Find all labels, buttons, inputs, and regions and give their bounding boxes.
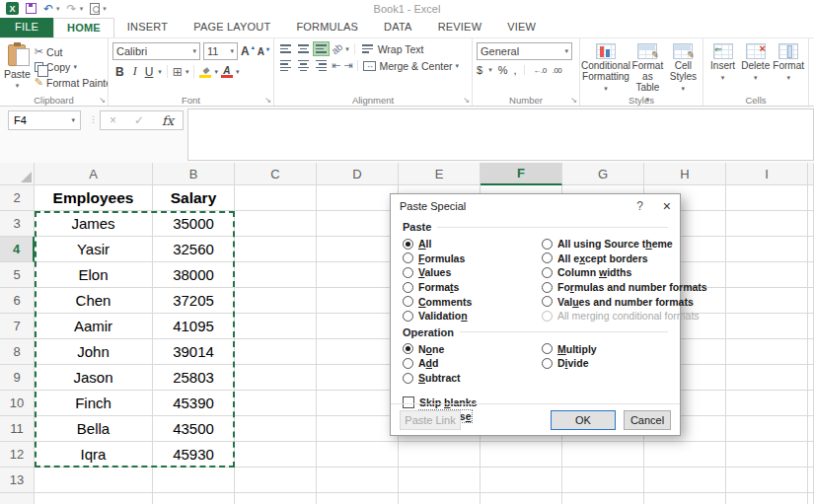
column-header-H[interactable]: H xyxy=(644,163,726,185)
tab-view[interactable]: VIEW xyxy=(494,18,549,37)
borders-icon[interactable]: ⊞ xyxy=(173,65,183,79)
radio-option-formats[interactable]: Formats xyxy=(403,280,542,295)
formula-input[interactable] xyxy=(187,108,814,161)
cell-I11[interactable] xyxy=(726,416,808,442)
formula-bar-splitter[interactable]: ⋮ xyxy=(89,114,98,124)
cell-A9[interactable]: Jason xyxy=(35,365,153,391)
delete-cells-button[interactable]: × Delete ▾ xyxy=(740,42,771,92)
ok-button[interactable]: OK xyxy=(551,410,616,430)
alignment-dialog-launcher-icon[interactable]: ↘ xyxy=(463,96,470,105)
radio-control[interactable] xyxy=(403,296,413,307)
font-color-button[interactable]: A xyxy=(221,66,233,78)
tab-page-layout[interactable]: PAGE LAYOUT xyxy=(181,18,283,37)
tab-file[interactable]: FILE xyxy=(0,18,53,37)
radio-control[interactable] xyxy=(403,343,413,354)
cell-D8[interactable] xyxy=(317,339,399,365)
radio-control[interactable] xyxy=(542,343,553,354)
cell-B9[interactable]: 25803 xyxy=(153,365,235,391)
radio-option-all-using-source-theme[interactable]: All using Source theme xyxy=(542,237,707,252)
cell-I8[interactable] xyxy=(726,339,808,365)
cell-D9[interactable] xyxy=(317,365,399,391)
cell-D2[interactable] xyxy=(317,185,399,211)
decrease-decimal-button[interactable]: .00 xyxy=(553,66,562,75)
cell-B6[interactable]: 37205 xyxy=(153,288,235,314)
align-center-button[interactable] xyxy=(296,59,311,72)
cell-B[interactable] xyxy=(153,493,235,504)
row-header-partial[interactable] xyxy=(0,493,35,504)
conditional-formatting-button[interactable]: Conditional Formatting ▾ xyxy=(584,42,628,92)
cell-I6[interactable] xyxy=(726,288,808,314)
number-dialog-launcher-icon[interactable]: ↘ xyxy=(570,96,577,105)
radio-option-divide[interactable]: Divide xyxy=(542,356,668,371)
cell-C13[interactable] xyxy=(235,468,317,493)
help-icon[interactable]: ? xyxy=(636,199,643,213)
radio-control[interactable] xyxy=(403,239,413,250)
underline-dropdown-icon[interactable]: ▾ xyxy=(158,68,162,76)
cell-I4[interactable] xyxy=(726,237,808,262)
cell-I2[interactable] xyxy=(726,185,808,211)
italic-button[interactable]: I xyxy=(130,64,140,79)
radio-control[interactable] xyxy=(403,311,413,322)
align-right-button[interactable] xyxy=(314,59,329,72)
bottom-align-button[interactable] xyxy=(314,42,329,55)
cell-A3[interactable]: James xyxy=(35,211,153,237)
cell-A8[interactable]: John xyxy=(35,339,153,365)
cell-C7[interactable] xyxy=(235,314,317,339)
radio-option-comments[interactable]: Comments xyxy=(403,294,542,309)
cell-B12[interactable]: 45930 xyxy=(153,442,235,468)
cell-A10[interactable]: Finch xyxy=(35,391,153,416)
radio-control[interactable] xyxy=(542,282,553,293)
cell-C12[interactable] xyxy=(235,442,317,468)
cell-F13[interactable] xyxy=(481,468,562,493)
radio-option-none[interactable]: None xyxy=(403,342,542,357)
radio-control[interactable] xyxy=(403,282,413,293)
cell-B10[interactable]: 45390 xyxy=(153,391,235,416)
cancel-button[interactable]: Cancel xyxy=(624,410,671,430)
row-header-5[interactable]: 5 xyxy=(0,262,35,288)
cell-E12[interactable] xyxy=(399,442,481,468)
cell-D12[interactable] xyxy=(317,442,399,468)
radio-option-validation[interactable]: Validation xyxy=(403,309,542,324)
cell-B4[interactable]: 32560 xyxy=(153,237,235,262)
row-header-3[interactable]: 3 xyxy=(0,211,35,237)
cell-D11[interactable] xyxy=(317,416,399,442)
cell-H12[interactable] xyxy=(644,442,726,468)
decrease-indent-icon[interactable]: ⇤ xyxy=(332,59,340,72)
cell-C5[interactable] xyxy=(235,262,317,288)
column-header-G[interactable]: G xyxy=(562,163,644,185)
align-left-button[interactable] xyxy=(278,59,293,72)
cell-I[interactable] xyxy=(726,493,808,504)
cell-C8[interactable] xyxy=(235,339,317,365)
format-as-table-button[interactable]: ✎ Format as Table ▾ xyxy=(629,42,666,92)
cell-D[interactable] xyxy=(317,493,399,504)
orientation-button[interactable]: ab xyxy=(330,41,345,57)
font-dialog-launcher-icon[interactable]: ↘ xyxy=(264,96,271,105)
cell-A13[interactable] xyxy=(35,468,153,493)
cell-A11[interactable]: Bella xyxy=(35,416,153,442)
radio-control[interactable] xyxy=(542,358,553,369)
top-align-button[interactable] xyxy=(278,42,293,55)
radio-control[interactable] xyxy=(542,296,553,307)
cell-D5[interactable] xyxy=(317,262,399,288)
format-painter-button[interactable]: ✎ Format Painter xyxy=(35,76,109,89)
name-box[interactable]: F4 ▾ xyxy=(8,110,81,130)
row-header-12[interactable]: 12 xyxy=(0,442,35,468)
cell-A[interactable] xyxy=(35,493,153,504)
cell-I9[interactable] xyxy=(726,365,808,391)
row-header-8[interactable]: 8 xyxy=(0,339,35,365)
copy-button[interactable]: Copy ▾ xyxy=(35,61,109,73)
clipboard-dialog-launcher-icon[interactable]: ↘ xyxy=(99,96,106,105)
tab-insert[interactable]: INSERT xyxy=(114,18,181,37)
row-header-9[interactable]: 9 xyxy=(0,365,35,391)
cell-B2[interactable]: Salary xyxy=(153,185,235,211)
cell-A12[interactable]: Iqra xyxy=(35,442,153,468)
cell-C6[interactable] xyxy=(235,288,317,314)
cell-B8[interactable]: 39014 xyxy=(153,339,235,365)
cell-I10[interactable] xyxy=(726,391,808,416)
row-header-4[interactable]: 4 xyxy=(0,237,35,262)
tab-data[interactable]: DATA xyxy=(371,18,425,37)
cell-I12[interactable] xyxy=(726,442,808,468)
cell-I7[interactable] xyxy=(726,314,808,339)
radio-option-all[interactable]: All xyxy=(403,237,542,252)
cell-E13[interactable] xyxy=(399,468,481,493)
